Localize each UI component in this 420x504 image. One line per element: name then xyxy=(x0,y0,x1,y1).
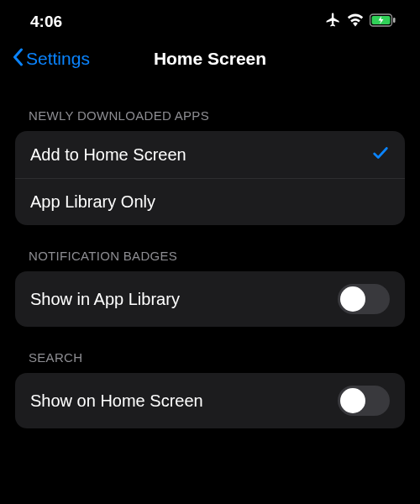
row-label: Show in App Library xyxy=(30,290,180,309)
option-add-to-home-screen[interactable]: Add to Home Screen xyxy=(15,131,405,178)
section-header: Newly Downloaded Apps xyxy=(15,108,405,131)
option-label: App Library Only xyxy=(30,192,155,212)
back-button[interactable]: Settings xyxy=(12,48,90,71)
nav-bar: Settings Home Screen xyxy=(0,38,420,85)
section-header: Search xyxy=(15,350,405,373)
status-time: 4:06 xyxy=(30,13,62,31)
option-label: Add to Home Screen xyxy=(30,145,186,165)
section-header: Notification Badges xyxy=(15,249,405,271)
toggle-knob xyxy=(340,388,365,413)
row-show-in-app-library: Show in App Library xyxy=(15,271,405,327)
option-app-library-only[interactable]: App Library Only xyxy=(15,178,405,225)
section-newly-downloaded: Newly Downloaded Apps Add to Home Screen… xyxy=(0,108,420,225)
status-icons xyxy=(325,12,396,31)
checkmark-icon xyxy=(371,144,390,165)
toggle-show-in-app-library[interactable] xyxy=(338,284,390,314)
back-label: Settings xyxy=(26,49,90,69)
toggle-group: Show in App Library xyxy=(15,271,405,327)
section-notification-badges: Notification Badges Show in App Library xyxy=(0,249,420,327)
toggle-knob xyxy=(340,286,365,312)
toggle-show-on-home-screen[interactable] xyxy=(338,386,390,416)
toggle-group: Show on Home Screen xyxy=(15,373,405,428)
status-bar: 4:06 xyxy=(0,0,420,38)
option-group: Add to Home Screen App Library Only xyxy=(15,131,405,225)
section-search: Search Show on Home Screen xyxy=(0,350,420,428)
chevron-left-icon xyxy=(12,48,24,71)
airplane-icon xyxy=(325,12,341,31)
row-show-on-home-screen: Show on Home Screen xyxy=(15,373,405,428)
svg-rect-2 xyxy=(393,18,396,23)
battery-charging-icon xyxy=(370,13,396,30)
row-label: Show on Home Screen xyxy=(30,391,203,411)
wifi-icon xyxy=(347,13,364,30)
